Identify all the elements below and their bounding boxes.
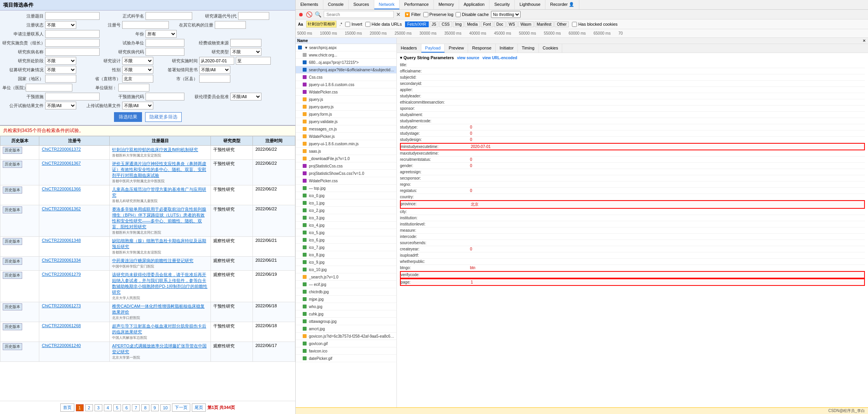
cell-version[interactable]: 历史版本 — [0, 205, 39, 237]
tab-network[interactable]: Network — [374, 0, 400, 9]
tab-console[interactable]: Console — [323, 0, 349, 9]
filter-fetch-xhr[interactable]: Fetch/XHR — [405, 21, 429, 27]
file-item[interactable]: WdatePicker.js — [296, 133, 396, 140]
reg-no-link[interactable]: ChiCTR2200061366 — [42, 187, 81, 191]
select-study-type[interactable]: 不限 — [230, 48, 261, 56]
cell-reg-no[interactable]: ChiCTR2200061372 — [39, 146, 110, 160]
file-item[interactable]: datePicker.gif — [296, 355, 396, 362]
search-button[interactable]: 筛选结果 — [114, 112, 142, 122]
file-item[interactable]: ico_2.jpg — [296, 207, 396, 214]
select-reg-status[interactable]: 不限 — [45, 21, 76, 29]
input-measure-code[interactable] — [146, 93, 184, 100]
file-item[interactable]: ico_5.jpg — [296, 229, 396, 236]
file-item[interactable]: jquery.form.js — [296, 111, 396, 118]
cell-version[interactable]: 历史版本 — [0, 160, 39, 185]
close-search-icon[interactable]: ✕ — [396, 11, 401, 18]
input-applier[interactable] — [45, 30, 100, 38]
tab-performance[interactable]: Performance — [400, 0, 434, 9]
page-3-btn[interactable]: 3 — [95, 404, 102, 411]
input-other-machine[interactable] — [215, 21, 246, 29]
reg-no-link[interactable]: ChiCTR2200061348 — [42, 238, 81, 243]
cell-version[interactable]: 历史版本 — [0, 237, 39, 257]
select-gender[interactable]: 不限 — [122, 66, 153, 74]
file-list[interactable]: Name ▼ searchproj.aspx www.chictr.org...… — [296, 38, 397, 407]
input-reg-no[interactable] — [122, 21, 169, 29]
tab-application[interactable]: Application — [459, 0, 490, 9]
clear-icon[interactable]: 🚫 — [306, 11, 312, 18]
file-item[interactable]: jquery-ui-1.8.6.custom.min.js — [296, 140, 396, 148]
invert-checkbox[interactable] — [345, 22, 350, 27]
input-study-time-to[interactable] — [236, 57, 271, 65]
detail-tab-initiator[interactable]: Initiator — [496, 44, 518, 53]
file-item[interactable]: www.chictr.org... — [296, 51, 396, 59]
reg-no-link[interactable]: ChiCTR2200061367 — [42, 161, 81, 166]
cell-reg-no[interactable]: ChiCTR2200061348 — [39, 237, 110, 257]
input-disease-name[interactable] — [45, 48, 100, 56]
cell-version[interactable]: 历史版本 — [0, 302, 39, 322]
title-link[interactable]: 该研究尚未获得伦理委员会批准，请于批准后再开始纳入参试者，并与我们联系上传批件，… — [112, 272, 207, 294]
file-item[interactable]: chictrdb.jpg — [296, 288, 396, 296]
select-ethics[interactable]: 不限/All — [230, 93, 261, 100]
filter-img[interactable]: Img — [453, 21, 464, 27]
input-study-time-from[interactable] — [199, 57, 234, 65]
file-item[interactable]: amcrt.jpg — [296, 325, 396, 333]
regex-icon[interactable]: .* — [340, 22, 342, 26]
file-item[interactable]: messages_cn.js — [296, 125, 396, 133]
file-item[interactable]: jquery.validate.js — [296, 118, 396, 125]
page-4-btn[interactable]: 4 — [104, 404, 112, 411]
throttling-select[interactable]: No throttling — [491, 11, 521, 18]
reg-no-link[interactable]: ChiCTR2200061273 — [42, 303, 81, 308]
input-country[interactable] — [45, 75, 76, 83]
input-study-code[interactable] — [238, 12, 269, 20]
file-item[interactable]: ▼ searchproj.aspx — [296, 44, 396, 51]
history-btn[interactable]: 历史版本 — [3, 206, 22, 213]
file-item[interactable]: projStatisticShowCss.css?v=1.0 — [296, 170, 396, 177]
input-city[interactable] — [199, 75, 230, 83]
history-btn[interactable]: 历史版本 — [3, 303, 22, 310]
history-btn[interactable]: 历史版本 — [3, 323, 22, 330]
cell-version[interactable]: 历史版本 — [0, 146, 39, 160]
title-link[interactable]: 针刺治疗双相抑郁的临床疗效及fMRI机制研究 — [112, 147, 198, 152]
title-link[interactable]: APERTO桌式调频放效率分流球藤扩张导管在中国登记研究 — [112, 344, 207, 354]
file-item[interactable]: cuhk.jpg — [296, 310, 396, 318]
file-item[interactable]: ico_3.jpg — [296, 214, 396, 222]
select-recruit[interactable]: 不限 — [45, 66, 76, 74]
page-9-btn[interactable]: 9 — [151, 404, 159, 411]
page-6-btn[interactable]: 6 — [123, 404, 130, 411]
input-disease-code[interactable] — [146, 48, 184, 56]
input-official-name[interactable] — [146, 12, 192, 20]
file-item[interactable]: jquery-ui-1.8.6.custom.css — [296, 81, 396, 88]
select-study-design[interactable]: 不限 — [122, 57, 153, 65]
tab-lighthouse[interactable]: Lighthouse — [515, 0, 545, 9]
file-item[interactable]: — top.jpg — [296, 185, 396, 192]
file-item[interactable]: ico_6.jpg — [296, 236, 396, 244]
search-input[interactable] — [324, 11, 394, 18]
select-study-stage[interactable]: 不限 — [45, 57, 76, 65]
file-item[interactable]: jquery.query.js — [296, 103, 396, 111]
preserve-log-checkbox[interactable] — [423, 12, 428, 17]
history-btn[interactable]: 历史版本 — [3, 161, 22, 168]
file-item[interactable]: who.jpg — [296, 303, 396, 310]
cell-reg-no[interactable]: ChiCTR2200061240 — [39, 342, 110, 362]
file-item[interactable]: _search.js?v=1.0 — [296, 273, 396, 281]
file-item[interactable]: ico_0.jpg — [296, 192, 396, 199]
cell-reg-no[interactable]: ChiCTR2200061362 — [39, 205, 110, 237]
hide-data-urls-checkbox[interactable] — [365, 22, 370, 27]
detail-tab-payload[interactable]: Payload — [421, 44, 445, 53]
title-link[interactable]: 儿童高血压规范治疗管理方案的基准推广与应用研究 — [112, 187, 206, 197]
detail-tab-cookies[interactable]: Cookies — [539, 44, 563, 53]
next-page-btn[interactable]: 下一页 — [172, 403, 190, 412]
filter-ws[interactable]: WS — [507, 21, 517, 27]
filter-media[interactable]: Media — [465, 21, 480, 27]
file-item[interactable]: Css.css — [296, 74, 396, 81]
input-inst-level[interactable] — [118, 84, 149, 92]
disable-cache-checkbox[interactable] — [456, 12, 461, 17]
history-btn[interactable]: 历史版本 — [3, 238, 22, 245]
page-2-btn[interactable]: 2 — [85, 404, 93, 411]
file-item[interactable]: 680...oj.aspx?proj=172215*> — [296, 59, 396, 66]
filter-wasm[interactable]: Wasm — [518, 21, 534, 27]
page-10-btn[interactable]: 10 — [160, 404, 170, 411]
filter-font[interactable]: Font — [481, 21, 493, 27]
history-btn[interactable]: 历史版本 — [3, 187, 22, 194]
cell-reg-no[interactable]: ChiCTR2200061334 — [39, 257, 110, 271]
